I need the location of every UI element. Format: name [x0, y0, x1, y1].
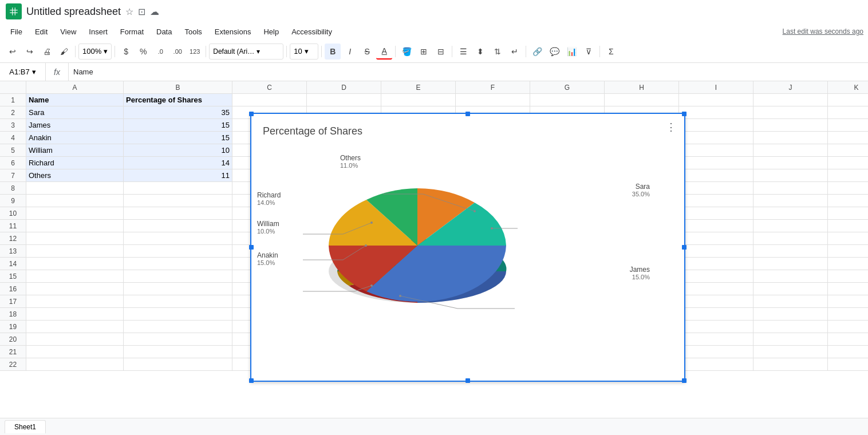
paint-format-button[interactable]: 🖌: [56, 43, 72, 60]
cell[interactable]: [828, 358, 868, 371]
borders-button[interactable]: ⊞: [416, 43, 432, 60]
row-number[interactable]: 4: [0, 132, 26, 144]
cell[interactable]: [679, 119, 753, 132]
cell[interactable]: [26, 333, 124, 346]
cell[interactable]: [753, 157, 828, 169]
cell[interactable]: [828, 270, 868, 283]
cell[interactable]: [828, 258, 868, 270]
row-number[interactable]: 7: [0, 169, 26, 182]
function-button[interactable]: Σ: [603, 43, 619, 60]
strikethrough-button[interactable]: S: [359, 43, 375, 60]
cell[interactable]: [828, 283, 868, 295]
cell[interactable]: [753, 182, 828, 195]
decimal-decrease-button[interactable]: .0: [152, 43, 168, 60]
col-header-K[interactable]: K: [828, 81, 868, 94]
cell[interactable]: [26, 308, 124, 321]
cell[interactable]: [753, 358, 828, 371]
chart-overlay[interactable]: Percentage of Shares ⋮: [250, 113, 685, 382]
cell[interactable]: [679, 207, 753, 220]
row-number[interactable]: 12: [0, 232, 26, 245]
cell[interactable]: [679, 333, 753, 346]
cell[interactable]: 15: [124, 132, 232, 144]
cell[interactable]: [26, 195, 124, 207]
menu-view[interactable]: View: [54, 25, 82, 38]
cell[interactable]: [679, 245, 753, 258]
cell[interactable]: [753, 232, 828, 245]
zoom-selector[interactable]: 100% ▾: [78, 43, 112, 60]
cell[interactable]: [456, 94, 530, 106]
cell[interactable]: [828, 321, 868, 333]
cell[interactable]: [26, 358, 124, 371]
row-number[interactable]: 15: [0, 270, 26, 283]
cell[interactable]: [753, 270, 828, 283]
row-number[interactable]: 10: [0, 207, 26, 220]
row-number[interactable]: 22: [0, 358, 26, 371]
col-header-B[interactable]: B: [124, 81, 232, 94]
cell[interactable]: [26, 270, 124, 283]
cell[interactable]: [828, 308, 868, 321]
cell[interactable]: [828, 220, 868, 232]
cell[interactable]: [753, 283, 828, 295]
text-rotate-button[interactable]: ⇅: [490, 43, 506, 60]
cell[interactable]: [124, 283, 232, 295]
comment-button[interactable]: 💬: [546, 43, 562, 60]
text-wrap-button[interactable]: ↵: [507, 43, 523, 60]
cell[interactable]: [828, 333, 868, 346]
cell[interactable]: [679, 232, 753, 245]
cell[interactable]: [679, 144, 753, 157]
cell[interactable]: [124, 295, 232, 308]
cell[interactable]: [679, 270, 753, 283]
decimal-increase-button[interactable]: .00: [169, 43, 186, 60]
cell-reference-box[interactable]: A1:B7 ▾: [0, 63, 46, 81]
cell[interactable]: [828, 346, 868, 358]
row-number[interactable]: 16: [0, 283, 26, 295]
menu-edit[interactable]: Edit: [29, 25, 53, 38]
cell[interactable]: [124, 182, 232, 195]
cell[interactable]: [828, 169, 868, 182]
row-number[interactable]: 3: [0, 119, 26, 132]
cell[interactable]: [679, 258, 753, 270]
row-number[interactable]: 18: [0, 308, 26, 321]
document-title[interactable]: Untitled spreadsheet: [26, 6, 121, 18]
row-number[interactable]: 20: [0, 333, 26, 346]
cell[interactable]: [828, 94, 868, 106]
cloud-icon[interactable]: ☁: [150, 6, 159, 17]
merge-button[interactable]: ⊟: [433, 43, 449, 60]
cell[interactable]: [753, 207, 828, 220]
italic-button[interactable]: I: [342, 43, 358, 60]
cell[interactable]: [679, 308, 753, 321]
cell[interactable]: 14: [124, 157, 232, 169]
cell[interactable]: [679, 195, 753, 207]
cell[interactable]: [828, 232, 868, 245]
cell[interactable]: [679, 283, 753, 295]
cell[interactable]: [26, 346, 124, 358]
cell[interactable]: [679, 94, 753, 106]
filter-button[interactable]: ⊽: [581, 43, 597, 60]
row-number[interactable]: 6: [0, 157, 26, 169]
menu-data[interactable]: Data: [151, 25, 177, 38]
cell[interactable]: [679, 106, 753, 119]
col-header-I[interactable]: I: [679, 81, 753, 94]
cell[interactable]: [679, 157, 753, 169]
cell[interactable]: [679, 346, 753, 358]
cell[interactable]: [124, 308, 232, 321]
cell[interactable]: [828, 132, 868, 144]
cell[interactable]: [753, 321, 828, 333]
cell[interactable]: 15: [124, 119, 232, 132]
cell[interactable]: [124, 346, 232, 358]
cell[interactable]: [753, 169, 828, 182]
cell[interactable]: [26, 182, 124, 195]
cell[interactable]: [26, 232, 124, 245]
cell[interactable]: [828, 157, 868, 169]
cell[interactable]: [26, 220, 124, 232]
cell[interactable]: [753, 132, 828, 144]
cell-ref-dropdown[interactable]: ▾: [32, 68, 36, 76]
percent-button[interactable]: %: [135, 43, 151, 60]
cell[interactable]: [605, 94, 679, 106]
cell[interactable]: [679, 295, 753, 308]
cell[interactable]: [828, 207, 868, 220]
cell[interactable]: 35: [124, 106, 232, 119]
cell[interactable]: [679, 132, 753, 144]
move-icon[interactable]: ⊡: [138, 6, 145, 17]
chart-button[interactable]: 📊: [563, 43, 579, 60]
